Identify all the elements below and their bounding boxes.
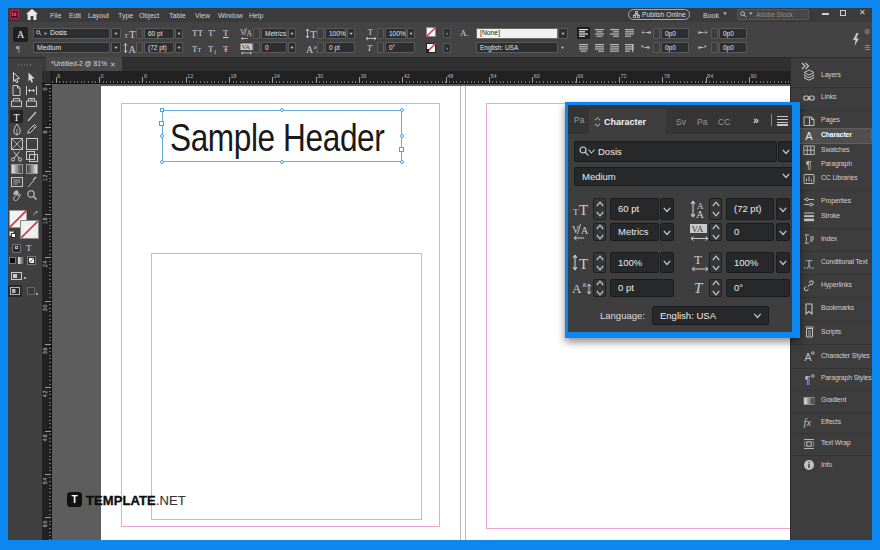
svg-text:A: A (572, 281, 582, 296)
svg-text:VA: VA (242, 43, 251, 50)
svg-text:T: T (579, 202, 588, 217)
svg-text:T: T (694, 252, 702, 267)
svg-text:fx: fx (804, 417, 812, 428)
svg-text:A: A (247, 28, 253, 37)
svg-text:A: A (696, 208, 704, 219)
svg-text:T: T (694, 280, 704, 296)
svg-text:A: A (805, 351, 812, 363)
svg-text:VA: VA (692, 224, 704, 234)
svg-text:T: T (368, 27, 374, 37)
svg-text:a: a (583, 280, 587, 289)
svg-text:A: A (129, 44, 137, 55)
svg-text:T: T (310, 28, 317, 40)
svg-text:A: A (581, 225, 589, 236)
svg-text:T: T (129, 28, 136, 40)
svg-text:¶: ¶ (806, 159, 812, 171)
svg-text:¶: ¶ (805, 373, 811, 385)
svg-text:T: T (579, 256, 588, 272)
svg-text:T: T (806, 257, 812, 268)
svg-text:A: A (805, 130, 813, 142)
